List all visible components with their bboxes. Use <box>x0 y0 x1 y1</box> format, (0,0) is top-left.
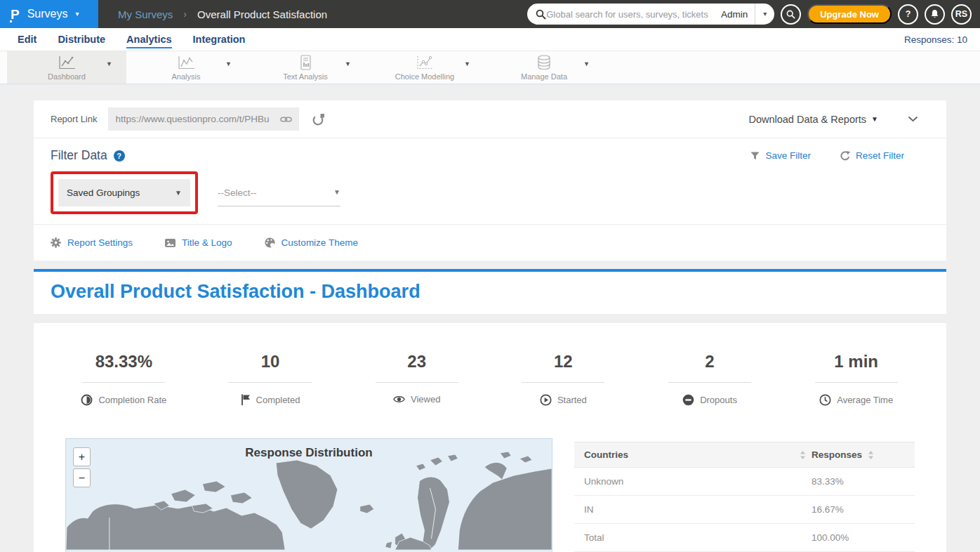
analytics-toolbar: ▼ Dashboard ▼ Analysis ▼ Text Analysis ▼… <box>0 51 980 84</box>
breadcrumb-my-surveys[interactable]: My Surveys <box>118 8 173 20</box>
play-icon <box>540 394 552 406</box>
caret-down-icon: ▼ <box>175 190 182 197</box>
save-filter-button[interactable]: Save Filter <box>750 150 811 161</box>
customize-theme-link[interactable]: Customize Theme <box>265 237 358 248</box>
text-analysis-document-icon <box>298 55 313 70</box>
database-icon <box>536 55 552 70</box>
caret-down-icon[interactable]: ▼ <box>106 60 112 67</box>
map-zoom-in-button[interactable]: + <box>73 447 91 466</box>
caret-down-icon: ▾ <box>75 11 79 18</box>
global-search-bar: Admin ▾ <box>527 4 774 25</box>
toolbar-item-manage-data[interactable]: ▼ Manage Data <box>484 51 604 84</box>
tab-distribute[interactable]: Distribute <box>47 34 116 45</box>
filter-header: Filter Data ? Save Filter Reset Filter <box>51 148 929 163</box>
map-zoom-out-button[interactable]: − <box>73 468 91 487</box>
questionpro-logo-icon: P <box>11 8 20 21</box>
page-title: Overall Product Satisfaction - Dashboard <box>51 281 929 303</box>
caret-down-icon[interactable]: ▼ <box>345 60 351 67</box>
sort-icon[interactable] <box>868 451 874 459</box>
filter-help-icon[interactable]: ? <box>114 150 125 162</box>
report-settings-link[interactable]: Report Settings <box>51 237 133 248</box>
search-scope-dropdown[interactable]: ▾ <box>755 4 774 25</box>
caret-down-icon: ▼ <box>333 189 340 196</box>
stat-value: 1 min <box>783 351 929 372</box>
report-link-input[interactable] <box>115 114 276 124</box>
divider <box>668 382 751 383</box>
analysis-chart-icon <box>176 55 197 70</box>
completion-rate-icon <box>81 394 93 406</box>
product-logo-menu[interactable]: P Surveys ▾ <box>0 0 98 28</box>
breadcrumb-current-survey: Overall Product Satisfaction <box>197 8 327 20</box>
stats-row: 83.33% Completion Rate 10 Completed 23 <box>34 351 946 406</box>
help-button[interactable]: ? <box>898 4 918 25</box>
bell-icon <box>930 9 939 19</box>
responses-cell: 83.33% <box>800 476 905 487</box>
toolbar-item-text-analysis[interactable]: ▼ Text Analysis <box>246 51 365 84</box>
caret-down-icon: ▼ <box>871 116 878 123</box>
search-scope-label: Admin <box>721 9 755 20</box>
toolbar-item-analysis[interactable]: ▼ Analysis <box>126 51 246 84</box>
reset-filter-button[interactable]: Reset Filter <box>840 150 904 161</box>
responses-cell: 100.00% <box>800 532 905 543</box>
share-report-icon[interactable] <box>312 113 325 126</box>
divider <box>376 382 458 383</box>
breadcrumb: My Surveys › Overall Product Satisfactio… <box>118 8 327 20</box>
search-button[interactable] <box>781 4 801 25</box>
clock-icon <box>819 394 831 406</box>
dashboard-chart-icon <box>56 55 77 70</box>
tab-analytics[interactable]: Analytics <box>116 34 182 45</box>
toolbar-item-choice-modelling[interactable]: ▼ Choice Modelling <box>365 51 484 84</box>
caret-down-icon[interactable]: ▼ <box>583 60 590 67</box>
search-icon <box>536 9 546 20</box>
map-zoom-controls: + − <box>73 447 91 487</box>
caret-down-icon[interactable]: ▼ <box>225 60 232 67</box>
search-icon <box>786 10 795 19</box>
report-link-label: Report Link <box>51 114 97 124</box>
country-cell: IN <box>584 504 800 515</box>
stat-completion-rate: 83.33% Completion Rate <box>51 351 197 406</box>
tab-integration[interactable]: Integration <box>183 34 256 45</box>
table-row: IN 16.67% <box>574 496 915 524</box>
stat-value: 83.33% <box>51 351 197 372</box>
collapse-chevron-icon[interactable] <box>908 116 918 122</box>
filter-value-dropdown[interactable]: --Select-- ▼ <box>218 179 340 206</box>
stat-label: Completion Rate <box>98 395 166 405</box>
column-header-countries[interactable]: Countries <box>584 449 800 460</box>
report-quick-links: Report Settings Title & Logo Customize T… <box>34 224 946 261</box>
map-title: Response Distribution <box>66 446 552 460</box>
response-distribution-map: + − Response Distribution <box>65 438 552 552</box>
dashboard-title-panel: Overall Product Satisfaction - Dashboard <box>34 269 946 314</box>
main-content: Report Link Download Data & Reports ▼ Fi… <box>0 100 980 552</box>
filter-controls-row: Saved Groupings ▼ --Select-- ▼ <box>51 171 929 214</box>
refresh-icon <box>840 151 850 161</box>
divider <box>815 382 898 383</box>
avatar[interactable]: RS <box>951 4 972 25</box>
filter-section: Filter Data ? Save Filter Reset Filter <box>34 138 946 214</box>
stat-value: 10 <box>197 351 344 372</box>
tab-edit[interactable]: Edit <box>7 34 47 45</box>
download-data-reports-menu[interactable]: Download Data & Reports ▼ <box>748 114 878 125</box>
saved-groupings-dropdown[interactable]: Saved Groupings ▼ <box>58 179 190 206</box>
dashboard-body-panel: 83.33% Completion Rate 10 Completed 23 <box>34 323 946 552</box>
stat-started: 12 Started <box>490 351 637 406</box>
minus-circle-icon <box>682 394 694 406</box>
eye-icon <box>393 395 405 404</box>
sort-icon[interactable] <box>800 451 806 459</box>
link-icon[interactable] <box>280 116 292 123</box>
notifications-button[interactable] <box>925 4 945 25</box>
map-table-row: + − Response Distribution <box>34 438 946 552</box>
divider <box>229 382 312 383</box>
funnel-icon <box>750 152 760 160</box>
toolbar-item-dashboard[interactable]: ▼ Dashboard <box>7 51 126 84</box>
palette-icon <box>265 237 275 248</box>
survey-tabs: Edit Distribute Analytics Integration Re… <box>0 28 980 51</box>
stat-label: Started <box>557 395 587 405</box>
divider <box>82 382 165 383</box>
highlight-box: Saved Groupings ▼ <box>51 171 198 214</box>
global-search-input[interactable] <box>546 9 721 20</box>
column-header-responses[interactable]: Responses <box>812 449 862 460</box>
title-logo-link[interactable]: Title & Logo <box>165 237 232 248</box>
stat-label: Viewed <box>411 394 440 405</box>
upgrade-now-button[interactable]: Upgrade Now <box>807 4 892 24</box>
caret-down-icon[interactable]: ▼ <box>464 60 470 67</box>
